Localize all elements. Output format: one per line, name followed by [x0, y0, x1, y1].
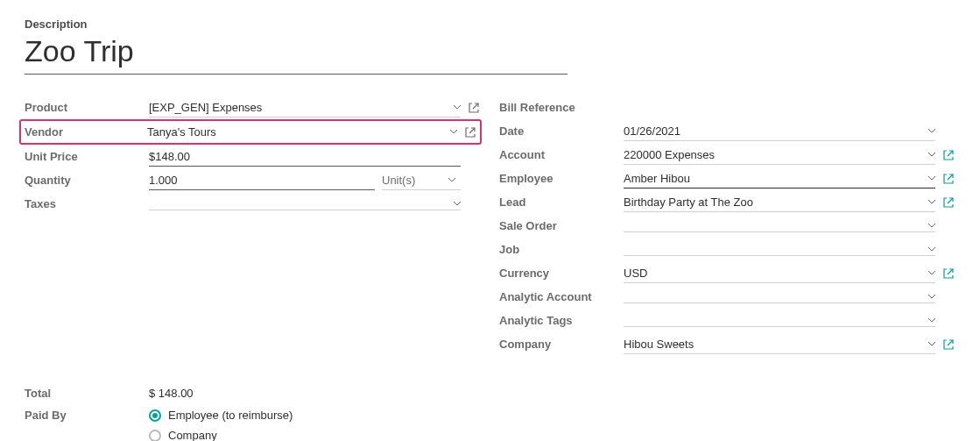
job-label: Job — [499, 243, 624, 256]
analytic-account-field-row: Analytic Account — [499, 285, 955, 309]
vendor-select[interactable]: Tanya's Tours — [147, 123, 457, 141]
job-select[interactable] — [624, 243, 935, 256]
paid-by-option-employee[interactable]: Employee (to reimburse) — [149, 409, 293, 422]
caret-down-icon[interactable] — [928, 198, 935, 205]
svg-line-2 — [948, 151, 953, 156]
analytic-account-select[interactable] — [624, 290, 935, 303]
sale-order-field-row: Sale Order — [499, 214, 955, 238]
external-link-icon[interactable] — [942, 267, 955, 280]
taxes-field-row: Taxes — [25, 192, 480, 216]
company-label: Company — [499, 338, 624, 351]
currency-value: USD — [624, 267, 925, 280]
taxes-select[interactable] — [149, 197, 461, 210]
company-select[interactable]: Hibou Sweets — [624, 335, 935, 354]
caret-down-icon[interactable] — [454, 103, 461, 110]
date-input[interactable]: 01/26/2021 — [624, 122, 935, 141]
company-value: Hibou Sweets — [624, 338, 925, 351]
employee-select[interactable]: Amber Hibou — [624, 169, 935, 188]
taxes-label: Taxes — [25, 197, 149, 210]
unit-value: Unit(s) — [382, 174, 448, 187]
quantity-field-row: Quantity 1.000 Unit(s) — [25, 168, 480, 192]
lead-select[interactable]: Birthday Party at The Zoo — [624, 193, 935, 212]
caret-down-icon[interactable] — [454, 200, 461, 207]
account-field-row: Account 220000 Expenses — [499, 143, 955, 167]
external-link-icon[interactable] — [942, 196, 955, 209]
expense-title-input[interactable]: Zoo Trip — [25, 34, 568, 75]
currency-field-row: Currency USD — [499, 261, 955, 285]
external-link-icon[interactable] — [942, 338, 955, 351]
external-link-icon[interactable] — [942, 173, 955, 185]
radio-icon — [149, 430, 161, 442]
svg-line-1 — [469, 128, 475, 133]
caret-down-icon[interactable] — [928, 174, 935, 181]
account-select[interactable]: 220000 Expenses — [624, 146, 935, 165]
external-link-icon[interactable] — [468, 102, 480, 114]
lead-field-row: Lead Birthday Party at The Zoo — [499, 190, 955, 214]
radio-label: Employee (to reimburse) — [168, 409, 293, 422]
external-link-icon[interactable] — [942, 149, 955, 161]
analytic-account-label: Analytic Account — [499, 290, 624, 303]
caret-down-icon[interactable] — [450, 129, 457, 136]
radio-label: Company — [168, 429, 217, 441]
currency-select[interactable]: USD — [624, 264, 935, 283]
total-value: $ 148.00 — [149, 387, 194, 400]
quantity-value: 1.000 — [149, 174, 178, 187]
svg-line-3 — [948, 174, 953, 180]
total-label: Total — [25, 387, 149, 400]
job-field-row: Job — [499, 238, 955, 261]
employee-value: Amber Hibou — [624, 172, 925, 185]
employee-field-row: Employee Amber Hibou — [499, 167, 955, 190]
caret-down-icon[interactable] — [928, 269, 935, 276]
svg-line-4 — [948, 198, 953, 203]
sale-order-label: Sale Order — [499, 219, 624, 232]
date-value: 01/26/2021 — [624, 124, 925, 138]
product-select[interactable]: [EXP_GEN] Expenses — [149, 98, 461, 117]
total-row: Total $ 148.00 — [25, 382, 955, 403]
unit-price-value: 148.00 — [155, 150, 461, 163]
quantity-input[interactable]: 1.000 — [149, 171, 375, 190]
caret-down-icon[interactable] — [928, 317, 935, 324]
svg-line-0 — [473, 103, 478, 109]
account-label: Account — [499, 148, 624, 161]
product-field-row: Product [EXP_GEN] Expenses — [25, 96, 480, 119]
radio-icon — [149, 409, 161, 422]
analytic-tags-field-row: Analytic Tags — [499, 309, 955, 332]
bill-reference-label: Bill Reference — [499, 101, 624, 114]
unit-select[interactable]: Unit(s) — [382, 171, 461, 190]
caret-down-icon[interactable] — [448, 176, 455, 183]
external-link-icon[interactable] — [464, 126, 476, 139]
svg-line-6 — [948, 340, 953, 345]
lead-label: Lead — [499, 196, 624, 209]
product-value: [EXP_GEN] Expenses — [149, 101, 450, 114]
analytic-tags-select[interactable] — [624, 314, 935, 327]
caret-down-icon[interactable] — [928, 127, 935, 134]
caret-down-icon[interactable] — [928, 245, 935, 253]
employee-label: Employee — [499, 172, 624, 185]
account-value: 220000 Expenses — [624, 148, 925, 161]
date-field-row: Date 01/26/2021 — [499, 119, 955, 143]
lead-value: Birthday Party at The Zoo — [624, 196, 925, 209]
description-label: Description — [25, 18, 955, 31]
paid-by-row: Paid By Employee (to reimburse) Company — [25, 409, 955, 441]
paid-by-option-company[interactable]: Company — [149, 429, 293, 441]
product-label: Product — [25, 101, 149, 114]
caret-down-icon[interactable] — [928, 151, 935, 158]
date-label: Date — [499, 124, 624, 138]
unit-price-field-row: Unit Price $ 148.00 — [25, 145, 480, 168]
caret-down-icon[interactable] — [928, 293, 935, 300]
analytic-tags-label: Analytic Tags — [499, 314, 624, 327]
unit-price-label: Unit Price — [25, 150, 149, 163]
unit-price-input[interactable]: $ 148.00 — [149, 147, 461, 167]
svg-line-5 — [948, 269, 953, 274]
caret-down-icon[interactable] — [928, 340, 935, 347]
quantity-label: Quantity — [25, 174, 149, 187]
currency-label: Currency — [499, 267, 624, 280]
sale-order-select[interactable] — [624, 219, 935, 232]
vendor-field-row-highlighted: Vendor Tanya's Tours — [19, 119, 482, 145]
paid-by-label: Paid By — [25, 409, 149, 422]
caret-down-icon[interactable] — [928, 222, 935, 229]
vendor-value: Tanya's Tours — [147, 125, 447, 139]
bill-reference-field-row: Bill Reference — [499, 96, 955, 119]
vendor-label: Vendor — [25, 125, 147, 139]
currency-prefix: $ — [149, 150, 155, 163]
